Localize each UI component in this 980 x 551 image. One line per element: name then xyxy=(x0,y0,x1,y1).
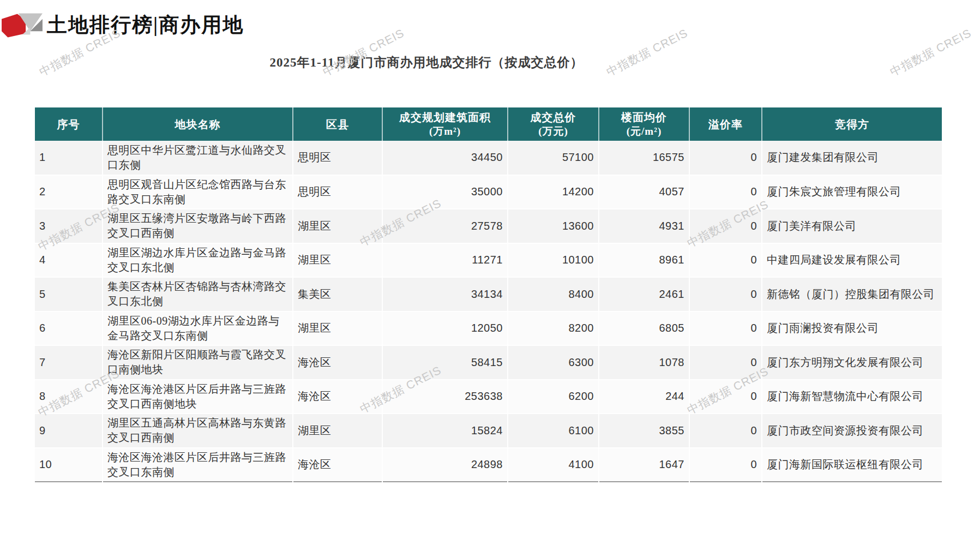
cell-premium-rate: 0 xyxy=(689,345,762,380)
cell-district: 思明区 xyxy=(293,175,382,209)
cell-district: 集美区 xyxy=(293,277,382,312)
watermark: 中指数据 CREIS xyxy=(887,26,974,80)
column-header-premium-rate: 溢价率 xyxy=(689,107,762,141)
cell-total-price: 10100 xyxy=(508,243,599,278)
cell-parcel-name: 湖里区湖边水库片区金边路与金马路交叉口东北侧 xyxy=(103,243,293,278)
cell-total-price: 6300 xyxy=(508,345,599,380)
cell-total-price: 57100 xyxy=(508,141,599,175)
creis-logo xyxy=(1,12,44,39)
cell-rank: 8 xyxy=(35,380,103,414)
cell-planned-area: 253638 xyxy=(382,380,508,414)
cell-district: 思明区 xyxy=(293,141,382,175)
cell-winner: 厦门建发集团有限公司 xyxy=(762,141,942,175)
cell-winner: 厦门海新智慧物流中心有限公司 xyxy=(762,380,942,414)
cell-total-price: 6200 xyxy=(508,380,599,414)
cell-floor-price: 244 xyxy=(599,380,689,414)
cell-district: 湖里区 xyxy=(293,414,382,448)
table-row: 9 湖里区五通高林片区高林路与东黄路交叉口西南侧 湖里区 15824 6100 … xyxy=(35,414,942,448)
subtitle-wrap: 2025年1-11月厦门市商办用地成交排行（按成交总价） xyxy=(35,54,818,71)
cell-parcel-name: 海沧区新阳片区阳顺路与霞飞路交叉口南侧地块 xyxy=(103,345,293,380)
cell-winner: 新德铭（厦门）控股集团有限公司 xyxy=(762,277,942,312)
cell-floor-price: 6805 xyxy=(599,312,689,346)
cell-parcel-name: 海沧区海沧港区片区后井路与三旌路交叉口东南侧 xyxy=(103,448,293,482)
cell-parcel-name: 思明区观音山片区纪念馆西路与台东路交叉口东南侧 xyxy=(103,175,293,209)
cell-parcel-name: 海沧区海沧港区片区后井路与三旌路交叉口西南侧地块 xyxy=(103,380,293,414)
cell-winner: 厦门海新国际联运枢纽有限公司 xyxy=(762,448,942,482)
land-ranking-table: 序号 地块名称 区县 成交规划建筑面积(万m²) 成交总价(万元) 楼面均价(元… xyxy=(35,107,942,482)
cell-total-price: 8400 xyxy=(508,277,599,312)
cell-winner: 厦门雨澜投资有限公司 xyxy=(762,312,942,346)
cell-premium-rate: 0 xyxy=(689,277,762,312)
table-row: 3 湖里区五缘湾片区安墩路与岭下西路交叉口西南侧 湖里区 27578 13600… xyxy=(35,209,942,243)
cell-district: 海沧区 xyxy=(293,345,382,380)
cell-district: 湖里区 xyxy=(293,312,382,346)
cell-parcel-name: 思明区中华片区鹭江道与水仙路交叉口东侧 xyxy=(103,141,293,175)
table-row: 8 海沧区海沧港区片区后井路与三旌路交叉口西南侧地块 海沧区 253638 62… xyxy=(35,380,942,414)
cell-premium-rate: 0 xyxy=(689,414,762,448)
cell-district: 湖里区 xyxy=(293,209,382,243)
cell-rank: 5 xyxy=(35,277,103,312)
cell-winner: 中建四局建设发展有限公司 xyxy=(762,243,942,278)
watermark: 中指数据 CREIS xyxy=(604,26,690,80)
cell-district: 海沧区 xyxy=(293,448,382,482)
table-row: 2 思明区观音山片区纪念馆西路与台东路交叉口东南侧 思明区 35000 1420… xyxy=(35,175,942,209)
cell-total-price: 14200 xyxy=(508,175,599,209)
table-title: 2025年1-11月厦门市商办用地成交排行（按成交总价） xyxy=(270,56,584,69)
cell-floor-price: 3855 xyxy=(599,414,689,448)
cell-rank: 4 xyxy=(35,243,103,278)
cell-total-price: 13600 xyxy=(508,209,599,243)
table-row: 4 湖里区湖边水库片区金边路与金马路交叉口东北侧 湖里区 11271 10100… xyxy=(35,243,942,278)
cell-total-price: 6100 xyxy=(508,414,599,448)
cell-planned-area: 12050 xyxy=(382,312,508,346)
cell-floor-price: 16575 xyxy=(599,141,689,175)
cell-winner: 厦门朱宸文旅管理有限公司 xyxy=(762,175,942,209)
cell-floor-price: 1078 xyxy=(599,345,689,380)
cell-total-price: 4100 xyxy=(508,448,599,482)
cell-district: 湖里区 xyxy=(293,243,382,278)
cell-rank: 2 xyxy=(35,175,103,209)
cell-planned-area: 58415 xyxy=(382,345,508,380)
cell-floor-price: 4057 xyxy=(599,175,689,209)
cell-planned-area: 35000 xyxy=(382,175,508,209)
cell-parcel-name: 湖里区06-09湖边水库片区金边路与金马路交叉口东南侧 xyxy=(103,312,293,346)
table-row: 5 集美区杏林片区杏锦路与杏林湾路交叉口东北侧 集美区 34134 8400 2… xyxy=(35,277,942,312)
column-header-district: 区县 xyxy=(293,107,382,141)
cell-rank: 6 xyxy=(35,312,103,346)
column-header-total-price: 成交总价(万元) xyxy=(508,107,599,141)
watermark: 中指数据 CREIS xyxy=(320,26,407,80)
cell-winner: 厦门美洋有限公司 xyxy=(762,209,942,243)
cell-floor-price: 2461 xyxy=(599,277,689,312)
cell-parcel-name: 湖里区五通高林片区高林路与东黄路交叉口西南侧 xyxy=(103,414,293,448)
cell-parcel-name: 湖里区五缘湾片区安墩路与岭下西路交叉口西南侧 xyxy=(103,209,293,243)
header-row: 序号 地块名称 区县 成交规划建筑面积(万m²) 成交总价(万元) 楼面均价(元… xyxy=(35,107,942,141)
cell-premium-rate: 0 xyxy=(689,175,762,209)
cell-district: 海沧区 xyxy=(293,380,382,414)
cell-planned-area: 11271 xyxy=(382,243,508,278)
cell-floor-price: 8961 xyxy=(599,243,689,278)
cell-premium-rate: 0 xyxy=(689,380,762,414)
cell-parcel-name: 集美区杏林片区杏锦路与杏林湾路交叉口东北侧 xyxy=(103,277,293,312)
cell-rank: 3 xyxy=(35,209,103,243)
cell-planned-area: 27578 xyxy=(382,209,508,243)
page-title: 土地排行榜|商办用地 xyxy=(47,12,244,38)
cell-rank: 10 xyxy=(35,448,103,482)
cell-planned-area: 34450 xyxy=(382,141,508,175)
column-header-area: 成交规划建筑面积(万m²) xyxy=(382,107,508,141)
cell-winner: 厦门东方明翔文化发展有限公司 xyxy=(762,345,942,380)
cell-premium-rate: 0 xyxy=(689,209,762,243)
column-header-no: 序号 xyxy=(35,107,103,141)
cell-rank: 7 xyxy=(35,345,103,380)
table-row: 7 海沧区新阳片区阳顺路与霞飞路交叉口南侧地块 海沧区 58415 6300 1… xyxy=(35,345,942,380)
cell-rank: 9 xyxy=(35,414,103,448)
cell-premium-rate: 0 xyxy=(689,243,762,278)
table-row: 6 湖里区06-09湖边水库片区金边路与金马路交叉口东南侧 湖里区 12050 … xyxy=(35,312,942,346)
cell-floor-price: 4931 xyxy=(599,209,689,243)
cell-total-price: 8200 xyxy=(508,312,599,346)
cell-rank: 1 xyxy=(35,141,103,175)
cell-premium-rate: 0 xyxy=(689,141,762,175)
cell-premium-rate: 0 xyxy=(689,448,762,482)
column-header-floor-price: 楼面均价(元/m²) xyxy=(599,107,689,141)
cell-planned-area: 15824 xyxy=(382,414,508,448)
table-row: 1 思明区中华片区鹭江道与水仙路交叉口东侧 思明区 34450 57100 16… xyxy=(35,141,942,175)
cell-planned-area: 34134 xyxy=(382,277,508,312)
